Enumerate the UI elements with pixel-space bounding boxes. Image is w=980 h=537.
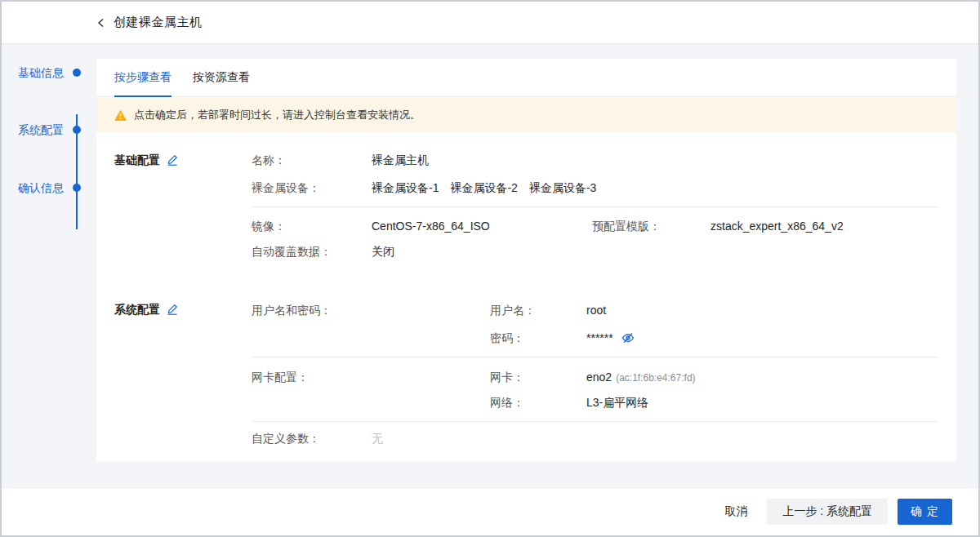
step-dot-icon bbox=[73, 184, 81, 192]
edit-basic-config-button[interactable] bbox=[167, 154, 178, 166]
previous-step-button[interactable]: 上一步 : 系统配置 bbox=[767, 499, 888, 525]
chevron-left-icon bbox=[96, 17, 107, 29]
basic-config-section-title: 基础配置 bbox=[114, 152, 178, 168]
step-label: 确认信息 bbox=[18, 181, 64, 194]
step-dot-icon bbox=[73, 69, 81, 77]
edit-pencil-icon bbox=[167, 154, 178, 166]
password-label: 密码： bbox=[490, 330, 524, 346]
template-label: 预配置模版： bbox=[592, 218, 661, 234]
step-nav: 基础信息 系统配置 确认信息 bbox=[2, 44, 96, 289]
credentials-label: 用户名和密码： bbox=[252, 302, 332, 318]
nic-mac-address: (ac:1f:6b:e4:67:fd) bbox=[616, 370, 695, 386]
custom-params-value: 无 bbox=[372, 430, 383, 446]
tab-by-resource[interactable]: 按资源查看 bbox=[193, 59, 250, 96]
eye-slash-icon bbox=[621, 331, 635, 344]
image-label: 镜像： bbox=[252, 218, 286, 234]
network-label: 网络： bbox=[490, 394, 524, 411]
username-label: 用户名： bbox=[490, 302, 536, 318]
section-title-text: 系统配置 bbox=[114, 301, 160, 317]
step-label: 系统配置 bbox=[18, 123, 64, 136]
edit-system-config-button[interactable] bbox=[167, 304, 178, 315]
warning-text: 点击确定后，若部署时间过长，请进入控制台查看安装情况。 bbox=[134, 108, 421, 122]
create-baremetal-page: 创建裸金属主机 基础信息 系统配置 确认信息 按步骤查看 按资源查看 bbox=[0, 0, 980, 537]
step-dot-icon bbox=[73, 126, 81, 134]
row-divider bbox=[252, 421, 938, 422]
page-title: 创建裸金属主机 bbox=[114, 15, 203, 30]
password-field: ****** bbox=[586, 330, 635, 346]
name-value: 裸金属主机 bbox=[372, 152, 429, 168]
network-value: L3-扁平网络 bbox=[586, 394, 648, 411]
nic-label: 网卡： bbox=[490, 369, 524, 385]
tab-by-step[interactable]: 按步骤查看 bbox=[114, 59, 172, 97]
view-tabs: 按步骤查看 按资源查看 bbox=[96, 59, 956, 97]
edit-pencil-icon bbox=[167, 304, 178, 315]
overwrite-value: 关闭 bbox=[372, 243, 394, 260]
row-divider bbox=[252, 357, 938, 357]
cancel-button[interactable]: 取消 bbox=[724, 504, 747, 519]
device-item: 裸金属设备-2 bbox=[450, 180, 517, 196]
back-button[interactable] bbox=[96, 17, 107, 29]
name-label: 名称： bbox=[252, 152, 286, 168]
summary-card: 按步骤查看 按资源查看 点击确定后，若部署时间过长，请进入控制台查看安装情况。 … bbox=[96, 59, 956, 462]
nic-group-label: 网卡配置： bbox=[252, 369, 309, 385]
warning-banner: 点击确定后，若部署时间过长，请进入控制台查看安装情况。 bbox=[96, 98, 956, 132]
device-values: 裸金属设备-1 裸金属设备-2 裸金属设备-3 bbox=[372, 180, 596, 196]
device-label: 裸金属设备： bbox=[252, 180, 320, 196]
footer-actions: 取消 上一步 : 系统配置 确 定 bbox=[2, 487, 978, 535]
section-title-text: 基础配置 bbox=[114, 152, 160, 168]
device-item: 裸金属设备-3 bbox=[529, 180, 596, 196]
password-masked-value: ****** bbox=[586, 330, 613, 346]
toggle-password-visibility-button[interactable] bbox=[621, 331, 635, 344]
template-value: zstack_expert_x86_64_v2 bbox=[710, 218, 844, 234]
custom-params-label: 自定义参数： bbox=[252, 430, 320, 446]
page-header: 创建裸金属主机 bbox=[2, 2, 978, 44]
overwrite-label: 自动覆盖数据： bbox=[252, 243, 332, 260]
image-value: CentOS-7-x86_64_ISO bbox=[372, 218, 490, 234]
system-config-section-title: 系统配置 bbox=[114, 301, 178, 317]
step-label: 基础信息 bbox=[18, 66, 64, 79]
row-divider bbox=[252, 206, 938, 207]
nic-value: eno2 bbox=[586, 369, 612, 385]
nic-value-group: eno2 (ac:1f:6b:e4:67:fd) bbox=[586, 369, 696, 386]
device-item: 裸金属设备-1 bbox=[372, 180, 439, 196]
username-value: root bbox=[586, 302, 606, 318]
warning-icon bbox=[114, 109, 127, 121]
confirm-button[interactable]: 确 定 bbox=[898, 499, 952, 525]
